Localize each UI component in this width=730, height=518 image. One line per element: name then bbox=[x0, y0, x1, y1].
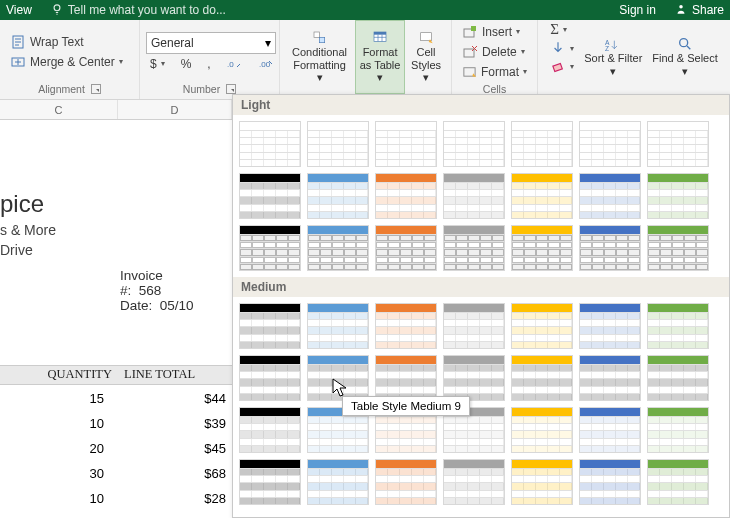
table-style-swatch[interactable] bbox=[579, 173, 641, 219]
table-style-swatch[interactable] bbox=[647, 303, 709, 349]
table-style-swatch[interactable] bbox=[443, 121, 505, 167]
table-style-swatch[interactable] bbox=[375, 355, 437, 401]
group-alignment: Wrap Text Merge & Center ▾ Alignment bbox=[0, 20, 140, 99]
table-style-swatch[interactable] bbox=[511, 173, 573, 219]
table-row[interactable]: 30$68 bbox=[0, 461, 228, 486]
sigma-icon: Σ bbox=[550, 21, 559, 38]
cell-total[interactable]: $28 bbox=[120, 491, 228, 506]
increase-decimal[interactable]: .0 bbox=[223, 56, 247, 72]
merge-center[interactable]: Merge & Center ▾ bbox=[6, 53, 133, 71]
clear[interactable]: ▾ bbox=[546, 57, 578, 75]
sort-filter[interactable]: AZ Sort & Filter▾ bbox=[580, 20, 646, 94]
delete-cells[interactable]: Delete▾ bbox=[458, 43, 531, 61]
table-style-swatch[interactable] bbox=[579, 225, 641, 271]
share-button[interactable]: Share bbox=[674, 2, 724, 19]
table-style-swatch[interactable] bbox=[511, 225, 573, 271]
table-style-swatch[interactable] bbox=[511, 303, 573, 349]
find-select[interactable]: Find & Select▾ bbox=[648, 20, 721, 94]
number-format-dropdown[interactable]: General ▾ bbox=[146, 32, 276, 54]
format-as-table[interactable]: Format as Table▾ bbox=[355, 20, 405, 94]
table-style-swatch[interactable] bbox=[579, 121, 641, 167]
table-style-swatch[interactable] bbox=[579, 303, 641, 349]
table-style-swatch[interactable] bbox=[647, 121, 709, 167]
percent-style[interactable]: % bbox=[177, 56, 196, 72]
table-style-swatch[interactable] bbox=[511, 407, 573, 453]
table-style-swatch[interactable] bbox=[239, 303, 301, 349]
table-style-swatch[interactable] bbox=[511, 121, 573, 167]
invoice-date-label: Date: bbox=[120, 298, 152, 313]
sign-in[interactable]: Sign in bbox=[619, 3, 656, 17]
table-style-swatch[interactable] bbox=[647, 459, 709, 505]
table-style-swatch[interactable] bbox=[239, 121, 301, 167]
table-style-swatch[interactable] bbox=[375, 407, 437, 453]
table-style-swatch[interactable] bbox=[443, 303, 505, 349]
table-style-swatch[interactable] bbox=[307, 225, 369, 271]
table-style-swatch[interactable] bbox=[579, 407, 641, 453]
table-style-swatch[interactable] bbox=[647, 173, 709, 219]
table-style-swatch[interactable] bbox=[511, 355, 573, 401]
table-row[interactable]: 10$28 bbox=[0, 486, 228, 511]
table-style-swatch[interactable] bbox=[307, 355, 369, 401]
autosum[interactable]: Σ▾ bbox=[546, 20, 578, 39]
alignment-dialog-launcher[interactable] bbox=[91, 84, 101, 94]
table-style-swatch[interactable] bbox=[307, 303, 369, 349]
table-style-swatch[interactable] bbox=[375, 173, 437, 219]
cell-total[interactable]: $44 bbox=[120, 391, 228, 406]
table-style-swatch[interactable] bbox=[443, 459, 505, 505]
table-style-swatch[interactable] bbox=[307, 121, 369, 167]
table-style-swatch[interactable] bbox=[375, 121, 437, 167]
cell-total[interactable]: $39 bbox=[120, 416, 228, 431]
gallery-section-light: Light bbox=[233, 95, 729, 115]
cell-qty[interactable]: 30 bbox=[0, 466, 120, 481]
cell-qty[interactable]: 20 bbox=[0, 441, 120, 456]
table-style-swatch[interactable] bbox=[443, 173, 505, 219]
table-style-swatch[interactable] bbox=[239, 173, 301, 219]
table-style-swatch[interactable] bbox=[307, 459, 369, 505]
table-style-swatch[interactable] bbox=[511, 459, 573, 505]
table-style-gallery: Light Medium bbox=[232, 94, 730, 518]
wrap-text[interactable]: Wrap Text bbox=[6, 33, 133, 51]
table-style-swatch[interactable] bbox=[647, 355, 709, 401]
cell-total[interactable]: $45 bbox=[120, 441, 228, 456]
accounting-format[interactable]: $▾ bbox=[146, 56, 169, 72]
svg-text:Z: Z bbox=[605, 44, 609, 51]
number-dialog-launcher[interactable] bbox=[226, 84, 236, 94]
cell-total[interactable]: $68 bbox=[120, 466, 228, 481]
decrease-decimal[interactable]: .00 bbox=[255, 56, 279, 72]
cell-styles[interactable]: Cell Styles▾ bbox=[407, 20, 445, 94]
table-style-swatch[interactable] bbox=[375, 225, 437, 271]
table-style-swatch[interactable] bbox=[443, 225, 505, 271]
tell-me[interactable]: Tell me what you want to do... bbox=[50, 2, 226, 19]
table-style-swatch[interactable] bbox=[579, 355, 641, 401]
table-row[interactable]: 10$39 bbox=[0, 411, 228, 436]
table-style-swatch[interactable] bbox=[443, 407, 505, 453]
table-style-swatch[interactable] bbox=[647, 225, 709, 271]
table-row[interactable]: 15$44 bbox=[0, 386, 228, 411]
ribbon: Wrap Text Merge & Center ▾ Alignment Gen… bbox=[0, 20, 730, 100]
col-header-c[interactable]: C bbox=[0, 100, 118, 119]
invoice-title: pice bbox=[0, 190, 56, 218]
table-style-swatch[interactable] bbox=[647, 407, 709, 453]
format-cells[interactable]: Format▾ bbox=[458, 63, 531, 81]
table-style-swatch[interactable] bbox=[443, 355, 505, 401]
table-style-swatch[interactable] bbox=[375, 303, 437, 349]
table-style-swatch[interactable] bbox=[579, 459, 641, 505]
cell-qty[interactable]: 10 bbox=[0, 416, 120, 431]
table-style-swatch[interactable] bbox=[239, 407, 301, 453]
table-style-swatch[interactable] bbox=[307, 407, 369, 453]
conditional-formatting[interactable]: Conditional Formatting▾ bbox=[286, 20, 353, 94]
cell-qty[interactable]: 10 bbox=[0, 491, 120, 506]
table-style-swatch[interactable] bbox=[307, 173, 369, 219]
fill[interactable]: ▾ bbox=[546, 39, 578, 57]
table-row[interactable]: 20$45 bbox=[0, 436, 228, 461]
table-style-swatch[interactable] bbox=[375, 459, 437, 505]
table-style-swatch[interactable] bbox=[239, 355, 301, 401]
table-style-swatch[interactable] bbox=[239, 225, 301, 271]
table-style-swatch[interactable] bbox=[239, 459, 301, 505]
menu-view[interactable]: View bbox=[6, 3, 32, 17]
cell-qty[interactable]: 15 bbox=[0, 391, 120, 406]
insert-cells[interactable]: Insert▾ bbox=[458, 23, 531, 41]
col-header-d[interactable]: D bbox=[118, 100, 232, 119]
comma-style[interactable]: , bbox=[203, 56, 214, 72]
cell-styles-icon bbox=[418, 30, 434, 46]
